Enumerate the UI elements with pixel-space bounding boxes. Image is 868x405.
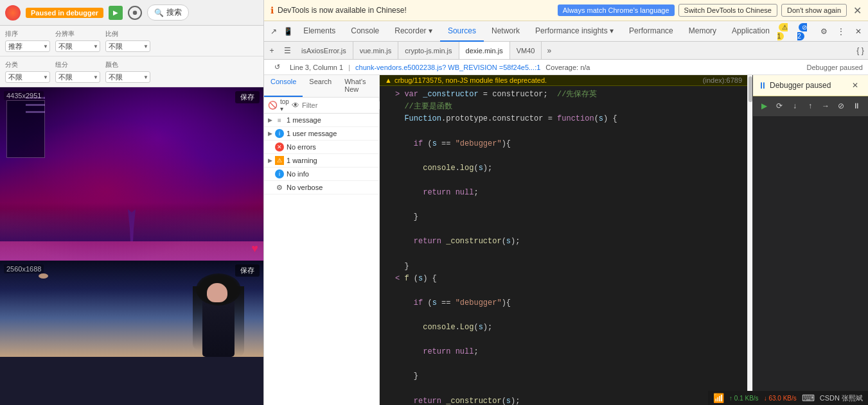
sort-filter: 排序 推荐 [5,30,50,52]
code-line [380,248,747,261]
error-msg-icon: ✕ [275,142,284,151]
file-tab-cryptojs[interactable]: crypto-js.min.js [398,42,459,60]
close-devtools-icon[interactable]: ✕ [851,24,865,39]
msg-header-warning[interactable]: ▶ ⚠ 1 warning [264,154,379,167]
msg-header-errors[interactable]: ▶ ✕ No errors [264,141,379,153]
console-tab[interactable]: Console [264,75,303,97]
gallery-item-2[interactable]: 2560x1688 保存 [0,261,263,357]
msg-header-user[interactable]: ▶ i 1 user message [264,127,379,140]
msg-text-errors: No errors [287,143,316,151]
search-tab[interactable]: Search [303,75,338,97]
code-line [380,383,747,395]
tab-elements[interactable]: Elements [296,21,343,42]
author-label: CSDN 张熙斌 [820,393,863,403]
search-bar[interactable]: 🔍 搜索 [147,4,189,21]
tab-perf-insights[interactable]: Performance insights ▾ [527,21,621,42]
issues-error[interactable]: ⊘ 2 [797,22,814,40]
inspect-icon[interactable]: ↗ [267,24,281,39]
file-tab-vue[interactable]: vue.min.js [353,42,399,60]
tab-console[interactable]: Console [343,21,387,42]
file-tab-vm40[interactable]: VM40 [510,42,542,60]
more-files-icon[interactable]: » [542,46,556,55]
color-select[interactable]: 不限 [105,71,150,83]
close-debugger-icon[interactable]: ✕ [847,78,863,93]
code-line: } [380,370,747,383]
more-icon[interactable]: ☰ [279,43,295,58]
filter-input[interactable] [302,101,391,109]
devtools-panel: ℹ DevTools is now available in Chinese! … [263,0,868,405]
code-line: > var _constructor = constructor; //先保存英 [380,89,747,101]
whats-new-tab[interactable]: What's New [338,75,379,97]
score-select[interactable]: 不限 [55,71,100,83]
step-button[interactable]: → [819,99,833,113]
record-button[interactable]: ⏺ [128,6,142,20]
clear-icon[interactable]: 🚫 [268,99,278,111]
file-tab-isaxioserror[interactable]: isAxiosError.js [295,42,353,60]
console-messages: ▶ ≡ 1 message ▶ i 1 user message [264,114,379,405]
file-tab-dexie[interactable]: dexie.min.js [459,42,510,60]
msg-header-1message[interactable]: ▶ ≡ 1 message [264,114,379,126]
tab-application[interactable]: Application [724,21,777,42]
code-line [380,285,747,297]
msg-header-verbose[interactable]: ▶ ⚙ No verbose [264,181,379,194]
eye-icon[interactable]: 👁 [292,99,299,111]
device-icon[interactable]: 📱 [281,24,296,39]
refresh-icon[interactable]: ↺ [269,60,285,75]
step-out-button[interactable]: ↑ [803,99,817,113]
paused-icon: ⏸ [758,80,767,90]
gallery-item-1[interactable]: 4435x2951 保存 ♥ [0,87,263,261]
sort-select[interactable]: 推荐 [5,40,50,52]
resolution-filter: 分辨率 不限 [55,30,100,52]
code-scrollbar[interactable] [747,75,752,405]
warning-badge: ⚠ 1 [777,23,788,40]
devtools-inner: ℹ DevTools is now available in Chinese! … [263,0,868,405]
category-select[interactable]: 不限 [5,71,50,83]
file-path: chunk-vendors.e5002238.js? WB_REVISION =… [355,64,540,71]
code-line [380,309,747,322]
heart-icon[interactable]: ♥ [251,242,258,255]
add-tab-icon[interactable]: + [264,43,279,58]
devtools-breadcrumb: ↺ Line 3, Column 1 | chunk-vendors.e5002… [264,60,868,75]
switch-chinese-button[interactable]: Switch DevTools to Chinese [678,4,777,17]
match-language-button[interactable]: Always match Chrome's language [558,4,675,16]
notification-text: DevTools is now available in Chinese! [278,6,554,15]
more-tabs-icon[interactable]: ⋮ [834,24,848,39]
warn-msg-icon: ⚠ [275,156,284,165]
close-icon[interactable]: ✕ [853,4,862,17]
code-line: //主要是函数 [380,101,747,113]
save-button-1[interactable]: 保存 [235,91,260,103]
issues-warning[interactable]: ⚠ 1 [777,22,795,40]
color-filter: 颜色 不限 [105,60,150,83]
dont-show-button[interactable]: Don't show again [781,4,847,17]
ratio-filter: 比例 不限 [105,30,150,52]
top-icon[interactable]: top ▾ [280,99,289,111]
ratio-select[interactable]: 不限 [105,40,150,52]
deactivate-button[interactable]: ⊘ [834,99,848,113]
play-button[interactable]: ▶ [109,6,123,20]
settings-icon[interactable]: ⚙ [817,24,831,39]
resume-button[interactable]: ▶ [757,99,771,113]
gear-msg-icon: ⚙ [275,183,284,192]
msg-group-verbose: ▶ ⚙ No verbose [264,181,379,194]
pause-on-exception-button[interactable]: ⏸ [849,99,864,113]
debugger-paused-label: Debugger paused [807,64,863,71]
code-content[interactable]: > var _constructor = constructor; //先保存英… [380,86,747,405]
search-icon: 🔍 [154,8,164,17]
save-button-2[interactable]: 保存 [235,264,260,277]
msg-header-info[interactable]: ▶ i No info [264,168,379,180]
code-line [380,223,747,236]
format-icon[interactable]: { } [853,43,868,58]
code-line [380,150,747,162]
tab-recorder[interactable]: Recorder ▾ [387,21,440,42]
devtools-body: Console Search What's New 🚫 top ▾ 👁 Defa… [264,75,868,405]
tab-performance[interactable]: Performance [621,21,681,42]
sort-select-wrapper: 推荐 [5,40,50,52]
tab-sources[interactable]: Sources [440,21,484,42]
filters-row-2: 分类 不限 纽分 不限 颜色 不限 [0,56,263,87]
tab-network[interactable]: Network [484,21,527,42]
resolution-select[interactable]: 不限 [55,40,100,52]
msg-text-verbose: No verbose [287,184,323,191]
step-over-button[interactable]: ⟳ [772,99,786,113]
tab-memory[interactable]: Memory [681,21,724,42]
step-into-button[interactable]: ↓ [788,99,802,113]
